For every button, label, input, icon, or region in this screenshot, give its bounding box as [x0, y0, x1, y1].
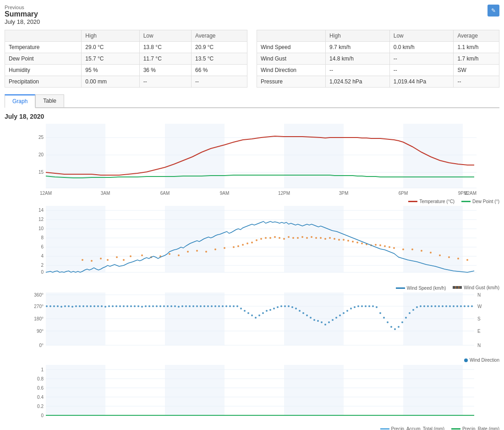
svg-point-59 [178, 254, 180, 256]
svg-point-233 [416, 306, 418, 308]
svg-point-168 [178, 306, 180, 308]
svg-point-186 [244, 310, 246, 312]
svg-text:3PM: 3PM [339, 191, 349, 196]
svg-point-61 [196, 250, 198, 252]
page-title: Summary [5, 10, 499, 18]
svg-text:0: 0 [41, 413, 44, 418]
svg-point-237 [431, 305, 433, 307]
svg-point-147 [101, 305, 103, 307]
temp-legend-label: Temperature (°C) [419, 199, 455, 204]
svg-point-171 [189, 305, 191, 307]
row-label: Wind Direction [257, 65, 326, 76]
svg-point-145 [93, 305, 95, 307]
svg-rect-6 [403, 124, 463, 188]
tab-graph[interactable]: Graph [5, 94, 35, 108]
svg-rect-252 [225, 365, 284, 415]
svg-point-182 [229, 305, 231, 307]
svg-rect-250 [105, 365, 165, 415]
svg-text:0.6: 0.6 [37, 386, 44, 391]
svg-point-234 [420, 305, 422, 307]
summary-table-left: High Low Average Temperature29.0 °C13.8 … [5, 30, 247, 88]
svg-point-165 [167, 305, 169, 307]
svg-rect-26 [165, 206, 225, 272]
previous-link[interactable]: Previous [5, 5, 499, 10]
svg-point-242 [449, 305, 451, 307]
temp-legend: Temperature (°C) Dew Point (°) [5, 197, 499, 206]
svg-point-191 [262, 312, 264, 314]
svg-text:6AM: 6AM [160, 191, 170, 196]
svg-point-148 [104, 306, 106, 308]
row-value: 1,024.52 hPa [326, 76, 390, 88]
wind-dir-chart: 360° 270° 180° 90° 0° N W S E N [5, 292, 499, 357]
svg-point-199 [291, 306, 293, 308]
svg-text:6PM: 6PM [399, 191, 408, 196]
svg-text:6: 6 [41, 244, 44, 249]
svg-point-209 [328, 321, 330, 323]
row-value: -- [139, 76, 191, 88]
svg-rect-27 [225, 206, 284, 272]
svg-point-167 [174, 305, 176, 307]
svg-text:0°: 0° [39, 343, 44, 348]
table-row: Dew Point15.7 °C11.7 °C13.5 °C [5, 53, 247, 65]
svg-point-162 [156, 305, 158, 307]
svg-point-50 [100, 258, 102, 259]
row-value: -- [192, 76, 247, 88]
wind-gust-legend-label: Wind Gust (km/h) [464, 285, 499, 290]
temp-chart: 25 20 15 12AM 3AM 6AM 9AM 12PM 3PM 6PM 9… [5, 124, 499, 197]
row-value: 13.8 °C [139, 42, 191, 53]
svg-text:3AM: 3AM [101, 191, 110, 196]
svg-point-97 [379, 244, 381, 246]
svg-point-211 [335, 317, 337, 319]
svg-point-192 [266, 310, 268, 312]
row-value: 95 % [82, 65, 139, 76]
svg-rect-31 [463, 206, 477, 272]
svg-point-100 [393, 247, 395, 249]
svg-point-214 [346, 310, 348, 312]
svg-point-144 [90, 305, 92, 307]
svg-point-243 [453, 305, 455, 307]
svg-text:N: N [477, 292, 481, 298]
svg-point-229 [401, 321, 403, 323]
svg-text:9AM: 9AM [220, 191, 230, 196]
svg-point-173 [196, 305, 198, 307]
svg-point-215 [350, 308, 352, 309]
svg-point-230 [405, 317, 407, 319]
svg-point-197 [284, 305, 286, 307]
svg-point-60 [187, 251, 189, 253]
svg-point-188 [251, 314, 253, 316]
svg-point-216 [354, 306, 356, 308]
svg-point-67 [242, 244, 244, 246]
row-value: -- [454, 76, 499, 88]
table-row: Wind Direction----SW [257, 65, 499, 76]
svg-point-202 [302, 312, 304, 314]
wind-chart-section: 14 12 10 8 6 4 2 0 [5, 206, 499, 292]
svg-point-223 [379, 312, 381, 314]
svg-point-195 [277, 306, 279, 308]
wind-dir-section: 360° 270° 180° 90° 0° N W S E N [5, 292, 499, 365]
wind-legend: Wind Speed (km/h) Wind Gust (km/h) [5, 284, 499, 292]
svg-point-196 [280, 305, 282, 307]
svg-point-210 [332, 319, 334, 321]
row-value: 15.7 °C [82, 53, 139, 65]
svg-point-135 [57, 305, 59, 307]
svg-point-227 [394, 328, 396, 330]
svg-point-99 [389, 246, 390, 248]
table-row: Temperature29.0 °C13.8 °C20.9 °C [5, 42, 247, 53]
table-row: Humidity95 %36 %66 % [5, 65, 247, 76]
svg-point-236 [427, 305, 429, 307]
svg-point-150 [112, 305, 114, 307]
svg-point-76 [283, 238, 285, 240]
row-label: Wind Speed [257, 42, 326, 53]
row-value: 14.8 km/h [326, 53, 390, 65]
edit-button[interactable]: ✎ [488, 5, 499, 17]
svg-rect-255 [403, 365, 463, 415]
table-row: Wind Gust14.8 km/h--1.7 km/h [257, 53, 499, 65]
svg-point-207 [321, 321, 323, 323]
svg-point-58 [169, 253, 170, 255]
svg-point-183 [233, 305, 235, 307]
tab-table[interactable]: Table [35, 94, 64, 107]
svg-point-101 [402, 248, 404, 250]
svg-text:E: E [477, 329, 481, 334]
svg-point-185 [240, 308, 242, 309]
svg-point-153 [123, 305, 125, 307]
